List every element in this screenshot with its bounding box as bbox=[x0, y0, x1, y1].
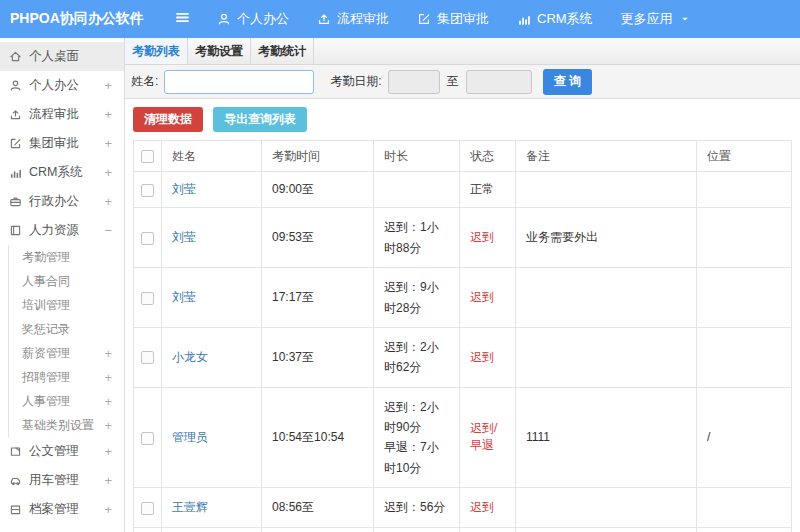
table-row: 小龙女10:37至迟到：2小时62分迟到 bbox=[134, 327, 792, 387]
sidebar-subitem[interactable]: 招聘管理+ bbox=[9, 365, 124, 389]
employee-link[interactable]: 管理员 bbox=[172, 430, 208, 444]
employee-link[interactable]: 小龙女 bbox=[172, 350, 208, 364]
employee-link[interactable]: 刘莹 bbox=[172, 182, 196, 196]
main-layout: 个人桌面个人办公+流程审批+集团审批+CRM系统+行政办公+人力资源−考勤管理人… bbox=[0, 38, 800, 532]
sidebar-subitem-label: 人事合同 bbox=[22, 273, 70, 290]
sidebar-item-label: 公文管理 bbox=[29, 443, 79, 460]
sidebar-item[interactable]: 个人办公+ bbox=[0, 71, 124, 100]
sidebar-item[interactable]: 行政办公+ bbox=[0, 187, 124, 216]
name-cell: 小龙女 bbox=[162, 327, 262, 387]
caret-down-icon bbox=[679, 13, 691, 25]
sidebar-item[interactable]: 流程审批+ bbox=[0, 100, 124, 129]
attendance-table: 姓名考勤时间时长状态备注位置 刘莹09:00至正常刘莹09:53至迟到：1小时8… bbox=[133, 140, 792, 532]
sidebar-item[interactable]: 用车管理+ bbox=[0, 466, 124, 495]
sidebar-item[interactable]: 公文管理+ bbox=[0, 437, 124, 466]
checkbox-cell bbox=[134, 268, 162, 328]
sidebar-subitem[interactable]: 培训管理 bbox=[9, 293, 124, 317]
location-cell: / bbox=[697, 387, 792, 488]
clean-data-button[interactable]: 清理数据 bbox=[133, 107, 203, 132]
user-icon bbox=[217, 12, 231, 26]
top-menu-item-label: 流程审批 bbox=[337, 10, 389, 28]
name-cell: 刘莹 bbox=[162, 208, 262, 268]
note-cell: 业务需要外出 bbox=[516, 208, 697, 268]
sidebar-subitem-label: 基础类别设置 bbox=[22, 417, 94, 434]
date-label: 考勤日期: bbox=[330, 73, 381, 90]
sidebar-subitem[interactable]: 薪资管理+ bbox=[9, 341, 124, 365]
status-cell: 迟到 bbox=[460, 268, 516, 328]
row-checkbox[interactable] bbox=[141, 184, 154, 197]
status-cell: 迟到 bbox=[460, 327, 516, 387]
time-cell: 13:20至13:20 bbox=[262, 527, 374, 532]
date-from-input[interactable] bbox=[388, 70, 440, 94]
sidebar-subitem-label: 奖惩记录 bbox=[22, 321, 70, 338]
sidebar-item-label: CRM系统 bbox=[29, 164, 82, 181]
table-row: 王壹辉08:56至迟到：56分迟到 bbox=[134, 488, 792, 527]
top-menu-item[interactable]: CRM系统 bbox=[517, 10, 593, 28]
sidebar-item-label: 流程审批 bbox=[29, 106, 79, 123]
action-buttons: 清理数据 导出查询列表 bbox=[125, 99, 800, 140]
top-menu-item[interactable]: 更多应用 bbox=[621, 10, 691, 28]
user-icon bbox=[9, 79, 22, 92]
sidebar-subitem[interactable]: 考勤管理 bbox=[9, 245, 124, 269]
sidebar-subitem[interactable]: 基础类别设置+ bbox=[9, 413, 124, 437]
name-input[interactable] bbox=[164, 70, 314, 94]
column-header: 位置 bbox=[697, 141, 792, 172]
note-cell bbox=[516, 268, 697, 328]
sidebar-subitem[interactable]: 人事合同 bbox=[9, 269, 124, 293]
select-all-checkbox[interactable] bbox=[141, 150, 154, 163]
query-button[interactable]: 查 询 bbox=[543, 69, 592, 95]
row-checkbox[interactable] bbox=[141, 232, 154, 245]
duration-line: 迟到：2小时90分 bbox=[384, 397, 449, 438]
top-menu-item[interactable]: 个人办公 bbox=[217, 10, 289, 28]
time-cell: 17:17至 bbox=[262, 268, 374, 328]
note-cell bbox=[516, 488, 697, 527]
tab-item[interactable]: 考勤统计 bbox=[251, 38, 314, 64]
location-cell bbox=[697, 488, 792, 527]
sidebar-submenu: 考勤管理人事合同培训管理奖惩记录薪资管理+招聘管理+人事管理+基础类别设置+ bbox=[8, 245, 124, 437]
date-to-input[interactable] bbox=[466, 70, 532, 94]
tab-item[interactable]: 考勤设置 bbox=[188, 38, 251, 64]
top-menu-item[interactable]: 流程审批 bbox=[317, 10, 389, 28]
archive-icon bbox=[9, 503, 22, 516]
export-list-button[interactable]: 导出查询列表 bbox=[213, 107, 307, 132]
sidebar-item[interactable]: 项目管理+ bbox=[0, 524, 124, 532]
table-row: 黄蓉13:20至13:20迟到：5小时33分早退：4小时67分迟到/早退/ bbox=[134, 527, 792, 532]
tab-active[interactable]: 考勤列表 bbox=[125, 38, 188, 64]
row-checkbox[interactable] bbox=[141, 351, 154, 364]
time-cell: 09:53至 bbox=[262, 208, 374, 268]
table-row: 刘莹09:00至正常 bbox=[134, 172, 792, 208]
sidebar-item[interactable]: 集团审批+ bbox=[0, 129, 124, 158]
name-label: 姓名: bbox=[131, 73, 158, 90]
top-menu: 个人办公流程审批集团审批CRM系统更多应用 bbox=[217, 10, 719, 28]
duration-cell: 迟到：5小时33分早退：4小时67分 bbox=[374, 527, 460, 532]
row-checkbox[interactable] bbox=[141, 432, 154, 445]
sidebar-item[interactable]: 档案管理+ bbox=[0, 495, 124, 524]
row-checkbox[interactable] bbox=[141, 502, 154, 515]
sidebar-toggle-button[interactable] bbox=[174, 9, 191, 30]
hamburger-icon bbox=[174, 9, 191, 26]
expand-plus-icon: + bbox=[104, 444, 112, 459]
sidebar-subitem[interactable]: 奖惩记录 bbox=[9, 317, 124, 341]
sidebar-subitem-label: 培训管理 bbox=[22, 297, 70, 314]
table-row: 刘莹09:53至迟到：1小时88分迟到业务需要外出 bbox=[134, 208, 792, 268]
sidebar-subitem[interactable]: 人事管理+ bbox=[9, 389, 124, 413]
home-icon bbox=[9, 50, 22, 63]
search-form: 姓名: 考勤日期: 至 查 询 bbox=[125, 65, 800, 99]
employee-link[interactable]: 刘莹 bbox=[172, 230, 196, 244]
sidebar-item[interactable]: 人力资源− bbox=[0, 216, 124, 245]
employee-link[interactable]: 刘莹 bbox=[172, 290, 196, 304]
time-cell: 10:37至 bbox=[262, 327, 374, 387]
duration-line: 迟到：9小时28分 bbox=[384, 277, 449, 318]
checkbox-cell bbox=[134, 208, 162, 268]
sidebar-item[interactable]: CRM系统+ bbox=[0, 158, 124, 187]
sidebar-item-label: 个人办公 bbox=[29, 77, 79, 94]
checkbox-cell bbox=[134, 527, 162, 532]
row-checkbox[interactable] bbox=[141, 292, 154, 305]
book-icon bbox=[9, 224, 22, 237]
employee-link[interactable]: 王壹辉 bbox=[172, 500, 208, 514]
sidebar-item-label: 集团审批 bbox=[29, 135, 79, 152]
name-cell: 刘莹 bbox=[162, 268, 262, 328]
top-menu-item[interactable]: 集团审批 bbox=[417, 10, 489, 28]
sidebar-item[interactable]: 个人桌面 bbox=[0, 42, 124, 71]
chart-icon bbox=[517, 12, 531, 26]
